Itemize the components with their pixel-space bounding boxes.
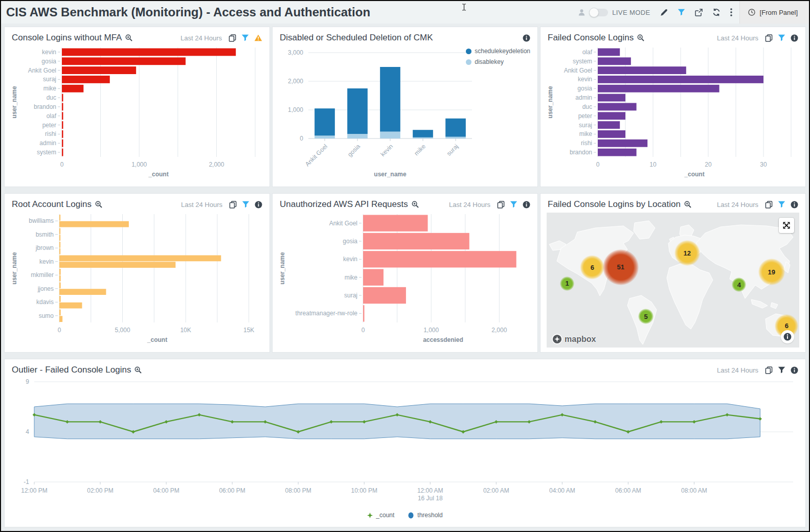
drilldown-icon[interactable] (684, 201, 691, 208)
copy-icon[interactable] (497, 201, 505, 209)
drilldown-icon[interactable] (125, 34, 132, 41)
svg-text:user_name: user_name (11, 252, 18, 285)
info-icon[interactable] (523, 201, 530, 209)
panel-title: Root Account Logins (12, 199, 92, 210)
svg-text:olaf: olaf (47, 112, 57, 120)
copy-icon[interactable] (765, 201, 773, 209)
svg-text:jbrown: jbrown (35, 244, 54, 251)
share-icon[interactable] (695, 9, 703, 16)
svg-text:08:00 PM: 08:00 PM (285, 487, 311, 494)
drilldown-icon[interactable] (95, 201, 102, 208)
clock-icon (748, 9, 755, 16)
outlier-legend: _count threshold (5, 512, 805, 519)
svg-text:0: 0 (300, 135, 303, 142)
svg-text:brandon: brandon (34, 103, 56, 110)
legend-item-disablekey[interactable]: disablekey (466, 58, 530, 65)
svg-text:02:00 AM: 02:00 AM (483, 487, 509, 494)
map-bubble[interactable]: 1 (560, 276, 574, 291)
svg-text:bwilliams: bwilliams (29, 217, 54, 224)
filter-icon[interactable] (778, 201, 785, 208)
filter-icon[interactable] (242, 201, 250, 208)
drilldown-icon[interactable] (134, 366, 142, 374)
svg-text:gosia: gosia (343, 238, 357, 245)
failed-logins-bar-chart[interactable]: olafsystemAnkit Goelkevingosiaadminducpe… (547, 44, 799, 178)
dashboard-body: Console Logins without MFA Last 24 Hours… (1, 24, 809, 530)
unauthorized-requests-bar-chart[interactable]: Ankit Goelgosiakevinmikesurajthreatmanag… (279, 211, 531, 344)
svg-text:10:00 PM: 10:00 PM (351, 487, 377, 494)
svg-text:suraj: suraj (445, 143, 460, 157)
panel-time-range[interactable]: Last 24 Hours (717, 366, 758, 374)
svg-text:suraj: suraj (579, 122, 592, 129)
svg-text:5,000: 5,000 (115, 327, 130, 334)
svg-text:threatmanager-nw-role: threatmanager-nw-role (296, 310, 358, 317)
filter-icon[interactable] (778, 34, 785, 41)
svg-text:06:00 PM: 06:00 PM (219, 487, 245, 494)
panel-title: Unauthorized AWS API Requests (280, 199, 408, 210)
more-menu-icon[interactable] (730, 8, 732, 16)
mfa-bar-chart[interactable]: kevingosiaAnkit Goelsurajmikeducbrandono… (11, 44, 263, 178)
filter-icon[interactable] (678, 9, 685, 16)
info-icon[interactable] (791, 366, 798, 374)
panel-time-range[interactable]: Last 24 Hours (717, 201, 758, 209)
svg-text:brandon: brandon (570, 149, 592, 156)
info-icon[interactable] (255, 201, 262, 209)
svg-text:9: 9 (26, 378, 29, 385)
copy-icon[interactable] (229, 201, 237, 209)
panel-time-range[interactable]: Last 24 Hours (181, 201, 222, 209)
dashboard-header: CIS AWS Benchmark (Monitoring) - Access … (1, 1, 809, 24)
filter-icon[interactable] (778, 366, 785, 374)
map-info-icon[interactable] (781, 330, 794, 343)
svg-text:sumo: sumo (39, 312, 54, 319)
panel-time-range[interactable]: Last 24 Hours (717, 34, 758, 42)
drilldown-icon[interactable] (637, 34, 644, 41)
drilldown-icon[interactable] (412, 201, 419, 208)
fullscreen-icon[interactable] (779, 218, 794, 233)
svg-text:4: 4 (26, 428, 29, 435)
filter-icon[interactable] (241, 34, 249, 41)
threshold-series-marker (408, 512, 414, 519)
outlier-line-chart[interactable]: 94-112:00 PM02:00 PM04:00 PM06:00 PM08:0… (11, 377, 800, 511)
svg-text:jjones: jjones (37, 285, 54, 292)
filter-icon[interactable] (510, 201, 518, 208)
info-icon[interactable] (523, 34, 530, 42)
legend-item-threshold[interactable]: threshold (408, 512, 442, 519)
map-bubble[interactable]: 12 (674, 240, 700, 266)
svg-text:suraj: suraj (344, 292, 357, 299)
svg-text:Ankit Goel: Ankit Goel (564, 67, 592, 74)
svg-text:gosia: gosia (346, 143, 362, 158)
map-bubble[interactable]: 5 (638, 309, 654, 324)
live-mode-toggle[interactable] (590, 9, 608, 16)
svg-text:12:00 AM: 12:00 AM (417, 487, 443, 494)
panel-title: Failed Console Logins (548, 33, 634, 43)
info-icon[interactable] (791, 201, 798, 209)
map-canvas[interactable]: 65111219456 mapbox (547, 213, 799, 348)
svg-text:system: system (573, 58, 592, 65)
copy-icon[interactable] (765, 366, 773, 374)
svg-text:_count: _count (147, 336, 167, 343)
map-bubble[interactable]: 4 (732, 277, 746, 292)
panel-time-range[interactable]: Last 24 Hours (449, 201, 490, 209)
legend-label: threshold (417, 512, 442, 519)
svg-text:12:00 PM: 12:00 PM (21, 487, 47, 494)
edit-icon[interactable] (660, 9, 668, 16)
legend-item-schedulekeydeletion[interactable]: schedulekeydeletion (466, 48, 530, 55)
root-logins-bar-chart[interactable]: bwilliamsbsmithjbrownkevinmkmillerjjones… (11, 211, 263, 344)
svg-text:Ankit Goel: Ankit Goel (329, 220, 357, 227)
time-range-button[interactable]: [From Panel] (739, 1, 809, 24)
info-icon[interactable] (791, 34, 798, 42)
map-bubble[interactable]: 51 (603, 249, 639, 285)
refresh-icon[interactable] (712, 8, 721, 16)
user-icon[interactable] (578, 9, 586, 16)
legend-item-count[interactable]: _count (367, 512, 394, 519)
copy-icon[interactable] (229, 34, 236, 42)
map-bubble[interactable]: 6 (580, 255, 604, 279)
warning-icon[interactable] (254, 34, 262, 41)
copy-icon[interactable] (765, 34, 773, 42)
mapbox-attribution[interactable]: mapbox (552, 334, 596, 344)
panel-time-range[interactable]: Last 24 Hours (181, 34, 222, 42)
svg-text:0: 0 (362, 327, 365, 334)
schedulekeydeletion-swatch (466, 49, 471, 54)
count-series-marker (367, 513, 373, 518)
svg-text:04:00 PM: 04:00 PM (153, 487, 179, 494)
map-bubble[interactable]: 19 (758, 259, 785, 285)
